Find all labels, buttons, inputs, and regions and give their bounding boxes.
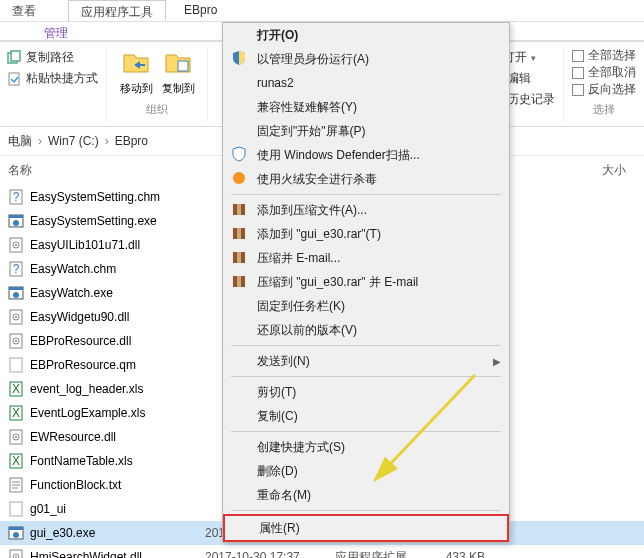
svg-text:?: ? xyxy=(13,262,20,276)
menu-item[interactable]: 压缩到 "gui_e30.rar" 并 E-mail xyxy=(223,270,509,294)
history-label: 历史记录 xyxy=(507,91,555,108)
huorong-icon xyxy=(231,170,249,188)
menu-item-label: 创建快捷方式(S) xyxy=(257,439,501,456)
file-icon xyxy=(8,285,24,301)
organize-group-label: 组织 xyxy=(146,102,168,117)
blank-icon xyxy=(231,462,249,480)
blank-icon xyxy=(231,486,249,504)
menu-item-label: 固定到"开始"屏幕(P) xyxy=(257,123,501,140)
select-none-button[interactable]: 全部取消 xyxy=(572,64,636,81)
file-name: EasyWidgetu90.dll xyxy=(30,310,205,324)
blank-icon xyxy=(231,438,249,456)
svg-rect-56 xyxy=(237,252,241,263)
svg-point-47 xyxy=(233,172,245,184)
file-type: 应用程序扩展 xyxy=(335,549,425,559)
blank-icon xyxy=(233,519,251,537)
menu-item[interactable]: 使用火绒安全进行杀毒 xyxy=(223,167,509,191)
menu-item[interactable]: 创建快捷方式(S) xyxy=(223,435,509,459)
file-date: 2017-10-30 17:37 xyxy=(205,550,335,558)
menu-item[interactable]: 属性(R) xyxy=(223,514,509,542)
menu-item[interactable]: 复制(C) xyxy=(223,404,509,428)
file-name: EasyUILib101u71.dll xyxy=(30,238,205,252)
col-name[interactable]: 名称 xyxy=(8,162,203,179)
file-icon: X xyxy=(8,405,24,421)
menu-item[interactable]: runas2 xyxy=(223,71,509,95)
svg-point-40 xyxy=(13,532,19,538)
file-icon: X xyxy=(8,453,24,469)
menu-item[interactable]: 删除(D) xyxy=(223,459,509,483)
svg-rect-59 xyxy=(237,276,241,287)
tab-view[interactable]: 查看 xyxy=(0,0,48,21)
file-row[interactable]: HmiSearchWidget.dll 2017-10-30 17:37 应用程… xyxy=(0,545,644,558)
paste-shortcut-button[interactable]: 粘贴快捷方式 xyxy=(6,68,98,89)
svg-point-22 xyxy=(15,340,17,342)
menu-separator xyxy=(231,376,501,377)
paste-shortcut-icon xyxy=(6,71,22,87)
copy-to-icon xyxy=(162,47,194,79)
select-all-button[interactable]: 全部选择 xyxy=(572,47,636,64)
blank-icon xyxy=(231,383,249,401)
svg-point-11 xyxy=(15,244,17,246)
menu-item-label: 压缩并 E-mail... xyxy=(257,250,501,267)
menu-item[interactable]: 固定到"开始"屏幕(P) xyxy=(223,119,509,143)
title-tabs: 查看 应用程序工具 EBpro xyxy=(0,0,644,22)
menu-item-label: 兼容性疑难解答(Y) xyxy=(257,99,501,116)
col-size[interactable]: 大小 xyxy=(566,162,636,179)
menu-separator xyxy=(231,345,501,346)
chevron-down-icon: ▾ xyxy=(531,53,536,63)
svg-rect-39 xyxy=(9,527,23,530)
svg-text:?: ? xyxy=(13,190,20,204)
menu-item[interactable]: 发送到(N) ▶ xyxy=(223,349,509,373)
menu-item[interactable]: 添加到 "gui_e30.rar"(T) xyxy=(223,222,509,246)
context-menu: 打开(O) 以管理员身份运行(A) runas2 兼容性疑难解答(Y) 固定到"… xyxy=(222,22,510,543)
svg-rect-7 xyxy=(9,215,23,218)
menu-item[interactable]: 兼容性疑难解答(Y) xyxy=(223,95,509,119)
crumb-folder[interactable]: EBpro xyxy=(115,134,148,148)
menu-item-label: 使用 Windows Defender扫描... xyxy=(257,147,501,164)
menu-item-label: 固定到任务栏(K) xyxy=(257,298,501,315)
menu-item[interactable]: 使用 Windows Defender扫描... xyxy=(223,143,509,167)
file-name: FontNameTable.xls xyxy=(30,454,205,468)
svg-rect-2 xyxy=(9,73,19,85)
tab-manage[interactable]: 管理 xyxy=(32,22,80,40)
svg-point-16 xyxy=(13,292,19,298)
submenu-arrow-icon: ▶ xyxy=(493,356,501,367)
file-name: EBProResource.dll xyxy=(30,334,205,348)
menu-item[interactable]: 剪切(T) xyxy=(223,380,509,404)
file-icon xyxy=(8,213,24,229)
svg-rect-15 xyxy=(9,287,23,290)
file-name: EBProResource.qm xyxy=(30,358,205,372)
crumb-drive[interactable]: Win7 (C:) xyxy=(48,134,99,148)
checkbox-icon xyxy=(572,50,584,62)
menu-item[interactable]: 以管理员身份运行(A) xyxy=(223,47,509,71)
crumb-computer[interactable]: 电脑 xyxy=(8,133,32,150)
menu-item-label: 属性(R) xyxy=(259,520,499,537)
menu-item-label: 添加到 "gui_e30.rar"(T) xyxy=(257,226,501,243)
file-name: EasyWatch.exe xyxy=(30,286,205,300)
move-to-label: 移动到 xyxy=(120,81,153,96)
tab-app-tools[interactable]: 应用程序工具 xyxy=(68,0,166,21)
svg-rect-3 xyxy=(178,61,188,71)
menu-item[interactable]: 重命名(M) xyxy=(223,483,509,507)
menu-item[interactable]: 打开(O) xyxy=(223,23,509,47)
svg-text:X: X xyxy=(12,454,20,468)
svg-rect-53 xyxy=(237,228,241,239)
menu-item[interactable]: 压缩并 E-mail... xyxy=(223,246,509,270)
file-name: event_log_header.xls xyxy=(30,382,205,396)
invert-selection-button[interactable]: 反向选择 xyxy=(572,81,636,98)
copy-path-label: 复制路径 xyxy=(26,49,74,66)
file-size: 433 KB xyxy=(425,550,495,558)
copy-path-button[interactable]: 复制路径 xyxy=(6,47,74,68)
move-to-button[interactable]: 移动到 xyxy=(115,47,157,96)
menu-item[interactable]: 还原以前的版本(V) xyxy=(223,318,509,342)
menu-item[interactable]: 添加到压缩文件(A)... xyxy=(223,198,509,222)
file-name: EasySystemSetting.exe xyxy=(30,214,205,228)
copy-to-button[interactable]: 复制到 xyxy=(157,47,199,96)
file-name: EasyWatch.chm xyxy=(30,262,205,276)
blank-icon xyxy=(231,321,249,339)
rar-icon xyxy=(231,249,249,267)
file-icon: ? xyxy=(8,261,24,277)
menu-separator xyxy=(231,510,501,511)
menu-item[interactable]: 固定到任务栏(K) xyxy=(223,294,509,318)
chevron-right-icon: › xyxy=(105,134,109,148)
